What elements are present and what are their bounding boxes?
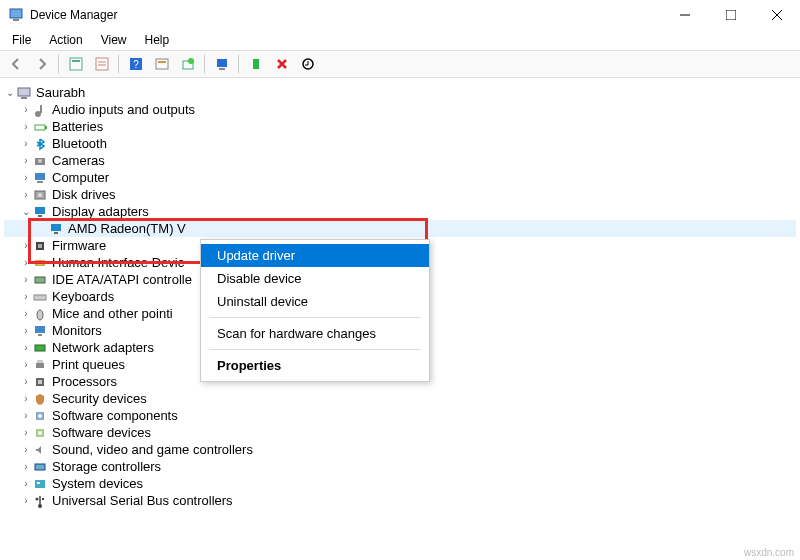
svg-rect-14 xyxy=(158,61,166,63)
svg-rect-24 xyxy=(40,105,42,113)
expand-icon[interactable]: › xyxy=(20,475,32,492)
toolbar-btn-5[interactable] xyxy=(176,52,200,76)
tree-category[interactable]: ›Cameras xyxy=(4,152,796,169)
expand-icon[interactable]: › xyxy=(20,101,32,118)
tree-category[interactable]: ›Audio inputs and outputs xyxy=(4,101,796,118)
expand-icon[interactable]: › xyxy=(20,118,32,135)
tree-category[interactable]: ›Software devices xyxy=(4,424,796,441)
expand-icon[interactable]: › xyxy=(20,169,32,186)
svg-point-40 xyxy=(39,261,42,264)
tree-root[interactable]: ⌄ Saurabh xyxy=(4,84,796,101)
svg-rect-0 xyxy=(10,9,22,18)
expand-icon[interactable]: › xyxy=(20,339,32,356)
tree-category[interactable]: ›Computer xyxy=(4,169,796,186)
expand-icon[interactable]: › xyxy=(20,135,32,152)
expand-icon[interactable]: › xyxy=(20,237,32,254)
expand-icon[interactable]: › xyxy=(20,441,32,458)
mouse-icon xyxy=(32,306,48,322)
tree-category[interactable]: ›Sound, video and game controllers xyxy=(4,441,796,458)
expand-icon[interactable]: › xyxy=(20,152,32,169)
menu-bar: File Action View Help xyxy=(0,30,800,50)
tree-category[interactable]: ›Software components xyxy=(4,407,796,424)
tree-category[interactable]: ›Bluetooth xyxy=(4,135,796,152)
expand-icon[interactable]: › xyxy=(20,390,32,407)
svg-point-43 xyxy=(37,310,43,320)
ctx-update-driver[interactable]: Update driver xyxy=(201,244,429,267)
category-label: Monitors xyxy=(52,322,102,339)
ctx-disable-device[interactable]: Disable device xyxy=(201,267,429,290)
toolbar-btn-1[interactable] xyxy=(64,52,88,76)
svg-point-16 xyxy=(188,58,194,64)
svg-rect-29 xyxy=(35,173,45,180)
display-icon xyxy=(48,221,64,237)
tree-category[interactable]: ›Disk drives xyxy=(4,186,796,203)
menu-help[interactable]: Help xyxy=(137,31,178,49)
svg-rect-1 xyxy=(13,19,19,21)
svg-rect-21 xyxy=(18,88,30,96)
toolbar-btn-7[interactable] xyxy=(296,52,320,76)
maximize-button[interactable] xyxy=(708,0,754,30)
firmware-icon xyxy=(32,238,48,254)
expand-icon[interactable]: › xyxy=(20,424,32,441)
close-button[interactable] xyxy=(754,0,800,30)
category-label: Firmware xyxy=(52,237,106,254)
expand-icon[interactable]: › xyxy=(20,186,32,203)
category-label: Mice and other pointi xyxy=(52,305,173,322)
menu-view[interactable]: View xyxy=(93,31,135,49)
expand-icon[interactable]: › xyxy=(20,356,32,373)
expand-icon[interactable]: › xyxy=(20,458,32,475)
expand-icon[interactable]: › xyxy=(20,322,32,339)
svg-rect-3 xyxy=(726,10,736,20)
tree-category[interactable]: ›Security devices xyxy=(4,390,796,407)
tree-category[interactable]: ⌄Display adapters xyxy=(4,203,796,220)
expand-icon[interactable]: › xyxy=(20,254,32,271)
toolbar-btn-2[interactable] xyxy=(90,52,114,76)
separator xyxy=(204,54,206,74)
expand-icon[interactable]: › xyxy=(20,373,32,390)
svg-rect-55 xyxy=(35,464,45,470)
app-icon xyxy=(8,7,24,23)
back-button[interactable] xyxy=(4,52,28,76)
separator xyxy=(58,54,60,74)
title-bar: Device Manager xyxy=(0,0,800,30)
ctx-uninstall-device[interactable]: Uninstall device xyxy=(201,290,429,313)
ctx-properties[interactable]: Properties xyxy=(201,354,429,377)
svg-rect-36 xyxy=(54,232,58,234)
svg-point-52 xyxy=(38,414,42,418)
help-icon[interactable]: ? xyxy=(124,52,148,76)
expand-icon[interactable]: › xyxy=(20,492,32,509)
menu-action[interactable]: Action xyxy=(41,31,90,49)
svg-rect-48 xyxy=(37,360,43,363)
security-icon xyxy=(32,391,48,407)
svg-rect-17 xyxy=(217,59,227,67)
toolbar-btn-4[interactable] xyxy=(150,52,174,76)
minimize-button[interactable] xyxy=(662,0,708,30)
expand-icon[interactable]: › xyxy=(20,288,32,305)
toolbar: ? xyxy=(0,50,800,78)
collapse-icon[interactable]: ⌄ xyxy=(20,203,32,220)
svg-rect-42 xyxy=(34,295,46,300)
tree-category[interactable]: ›System devices xyxy=(4,475,796,492)
toolbar-btn-6[interactable] xyxy=(244,52,268,76)
tree-category[interactable]: ›Universal Serial Bus controllers xyxy=(4,492,796,509)
expand-icon[interactable]: › xyxy=(20,407,32,424)
expand-icon[interactable]: › xyxy=(20,271,32,288)
camera-icon xyxy=(32,153,48,169)
expand-icon[interactable]: › xyxy=(20,305,32,322)
usb-icon xyxy=(32,493,48,509)
scan-icon[interactable] xyxy=(210,52,234,76)
forward-button[interactable] xyxy=(30,52,54,76)
watermark: wsxdn.com xyxy=(744,547,794,558)
tree-category[interactable]: ›Storage controllers xyxy=(4,458,796,475)
tree-category[interactable]: ›Batteries xyxy=(4,118,796,135)
svg-rect-19 xyxy=(253,59,259,69)
separator xyxy=(118,54,120,74)
collapse-icon[interactable]: ⌄ xyxy=(4,84,16,101)
tree-device-selected[interactable]: AMD Radeon(TM) V xyxy=(4,220,796,237)
window-title: Device Manager xyxy=(30,8,117,22)
delete-icon[interactable] xyxy=(270,52,294,76)
printer-icon xyxy=(32,357,48,373)
svg-rect-30 xyxy=(37,181,43,183)
ctx-scan[interactable]: Scan for hardware changes xyxy=(201,322,429,345)
menu-file[interactable]: File xyxy=(4,31,39,49)
